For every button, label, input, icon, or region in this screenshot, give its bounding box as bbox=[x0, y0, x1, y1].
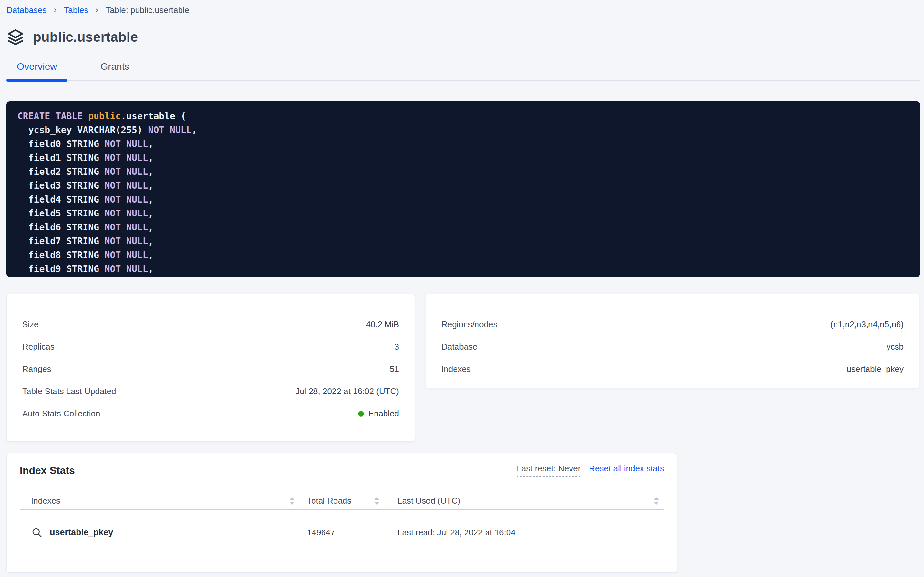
sort-icon[interactable] bbox=[654, 497, 659, 504]
sql-token-keyword: NOT NULL bbox=[104, 166, 148, 177]
sort-icon[interactable] bbox=[289, 497, 295, 504]
sql-token-text: field5 STRING bbox=[18, 208, 104, 219]
stat-row: Indexes usertable_pkey bbox=[441, 358, 904, 380]
sql-line: field4 STRING NOT NULL, bbox=[18, 193, 909, 206]
overview-cards-row: Size 40.2 MiB Replicas 3 Ranges 51 Table… bbox=[6, 294, 924, 442]
stat-label: Table Stats Last Updated bbox=[22, 387, 116, 396]
stat-label: Indexes bbox=[441, 364, 471, 374]
sql-token-keyword: NOT NULL bbox=[104, 222, 148, 233]
sql-line: field8 STRING NOT NULL, bbox=[18, 248, 909, 262]
sql-token-text: , bbox=[191, 125, 197, 135]
status-text: Enabled bbox=[368, 409, 399, 419]
total-reads-cell: 149647 bbox=[295, 527, 389, 538]
index-stats-card: Index Stats Last reset: Never Reset all … bbox=[6, 453, 677, 573]
stat-row: Replicas 3 bbox=[22, 336, 399, 358]
tab-grants[interactable]: Grants bbox=[90, 61, 140, 80]
sql-token-keyword: NOT NULL bbox=[104, 236, 148, 247]
breadcrumb-link-tables[interactable]: Tables bbox=[64, 5, 88, 15]
stat-row: Regions/nodes (n1,n2,n3,n4,n5,n6) bbox=[441, 313, 904, 336]
stat-value: 51 bbox=[390, 364, 399, 374]
stat-value: Enabled bbox=[358, 409, 399, 419]
stat-value: ycsb bbox=[887, 342, 904, 352]
sql-token-text: ycsb_key VARCHAR(255) bbox=[18, 125, 148, 135]
table-details-page: Databases Tables Table: public.usertable… bbox=[0, 0, 924, 573]
breadcrumb: Databases Tables Table: public.usertable bbox=[6, 5, 924, 15]
stat-label: Size bbox=[22, 319, 39, 330]
sql-token-text: field9 STRING bbox=[18, 264, 104, 274]
sql-token-schema: public bbox=[88, 111, 121, 121]
sql-line: field3 STRING NOT NULL, bbox=[18, 179, 909, 193]
chevron-right-icon bbox=[52, 7, 58, 13]
sql-token-keyword: NOT NULL bbox=[104, 153, 148, 163]
database-stats-card: Regions/nodes (n1,n2,n3,n4,n5,n6) Databa… bbox=[426, 294, 919, 388]
reset-all-index-stats-link[interactable]: Reset all index stats bbox=[589, 464, 664, 474]
table-stats-card: Size 40.2 MiB Replicas 3 Ranges 51 Table… bbox=[6, 294, 415, 442]
stat-value: 40.2 MiB bbox=[366, 319, 399, 330]
column-header-last-used[interactable]: Last Used (UTC) bbox=[389, 496, 664, 506]
column-header-indexes[interactable]: Indexes bbox=[20, 496, 295, 506]
sql-token-keyword: NOT NULL bbox=[104, 180, 148, 191]
sql-token-keyword: NOT NULL bbox=[104, 139, 148, 149]
stat-value: (n1,n2,n3,n4,n5,n6) bbox=[830, 319, 904, 330]
sql-token-text: , bbox=[148, 153, 154, 163]
sql-token-text: , bbox=[148, 166, 154, 177]
sql-token-text: , bbox=[148, 250, 154, 260]
sql-token-text: , bbox=[148, 236, 154, 247]
stat-row: Auto Stats Collection Enabled bbox=[22, 403, 399, 425]
sort-icon[interactable] bbox=[374, 497, 379, 504]
sql-token-text: field3 STRING bbox=[18, 180, 104, 191]
column-header-label: Indexes bbox=[31, 496, 60, 506]
status-dot-enabled bbox=[358, 411, 364, 417]
chevron-right-icon bbox=[94, 7, 100, 13]
sql-line: field6 STRING NOT NULL, bbox=[18, 220, 909, 234]
index-stats-header: Index Stats Last reset: Never Reset all … bbox=[20, 453, 664, 477]
stat-row: Ranges 51 bbox=[22, 358, 399, 380]
sql-token-keyword: NOT NULL bbox=[104, 264, 148, 274]
sql-token-keyword: NOT NULL bbox=[148, 125, 192, 135]
tab-bar: Overview Grants bbox=[6, 61, 920, 81]
sql-line: field0 STRING NOT NULL, bbox=[18, 137, 909, 151]
index-table-header: Indexes Total Reads Last Used (UTC) bbox=[20, 492, 664, 510]
sql-token-text: , bbox=[148, 194, 154, 205]
sql-token-text: field1 STRING bbox=[18, 153, 104, 163]
sql-line: field9 STRING NOT NULL, bbox=[18, 262, 909, 276]
sql-token-text: , bbox=[148, 139, 154, 149]
breadcrumb-current: Table: public.usertable bbox=[106, 5, 189, 15]
sql-token-text: , bbox=[148, 264, 154, 274]
index-stats-title: Index Stats bbox=[20, 464, 75, 477]
layers-icon bbox=[6, 28, 24, 46]
sql-token-text: , bbox=[148, 180, 154, 191]
sql-token-text: .usertable ( bbox=[121, 111, 186, 121]
breadcrumb-link-databases[interactable]: Databases bbox=[6, 5, 47, 15]
index-stats-actions: Last reset: Never Reset all index stats bbox=[517, 464, 664, 477]
sql-token-keyword: NOT NULL bbox=[104, 250, 148, 260]
sql-token-text: field7 STRING bbox=[18, 236, 104, 247]
sql-token-keyword: CREATE TABLE bbox=[18, 111, 88, 121]
last-reset-label: Last reset: Never bbox=[517, 464, 580, 477]
index-name: usertable_pkey bbox=[50, 527, 113, 538]
index-name-cell[interactable]: usertable_pkey bbox=[20, 527, 295, 538]
column-header-label: Total Reads bbox=[307, 496, 351, 506]
sql-token-text: field4 STRING bbox=[18, 194, 104, 205]
stat-row: Database ycsb bbox=[441, 336, 904, 358]
sql-line: field1 STRING NOT NULL, bbox=[18, 151, 909, 165]
sql-token-keyword: NOT NULL bbox=[104, 194, 148, 205]
sql-token-text: field0 STRING bbox=[18, 139, 104, 149]
sql-token-keyword: NOT NULL bbox=[104, 208, 148, 219]
stat-label: Auto Stats Collection bbox=[22, 409, 100, 419]
sql-token-text: , bbox=[148, 208, 154, 219]
column-header-label: Last Used (UTC) bbox=[397, 496, 460, 506]
column-header-total-reads[interactable]: Total Reads bbox=[295, 496, 389, 506]
sql-line: field2 STRING NOT NULL, bbox=[18, 165, 909, 179]
stat-label: Ranges bbox=[22, 364, 51, 374]
sql-token-text: field6 STRING bbox=[18, 222, 104, 233]
sql-line: ycsb_key VARCHAR(255) NOT NULL, bbox=[18, 123, 909, 137]
stat-label: Database bbox=[441, 342, 477, 352]
page-title: public.usertable bbox=[33, 29, 138, 45]
stat-label: Regions/nodes bbox=[441, 319, 497, 330]
sql-line: field5 STRING NOT NULL, bbox=[18, 206, 909, 220]
tab-overview[interactable]: Overview bbox=[6, 61, 67, 80]
stat-value: Jul 28, 2022 at 16:02 (UTC) bbox=[296, 387, 399, 396]
stat-row: Table Stats Last Updated Jul 28, 2022 at… bbox=[22, 380, 399, 403]
sql-line: CREATE TABLE public.usertable ( bbox=[18, 109, 909, 123]
